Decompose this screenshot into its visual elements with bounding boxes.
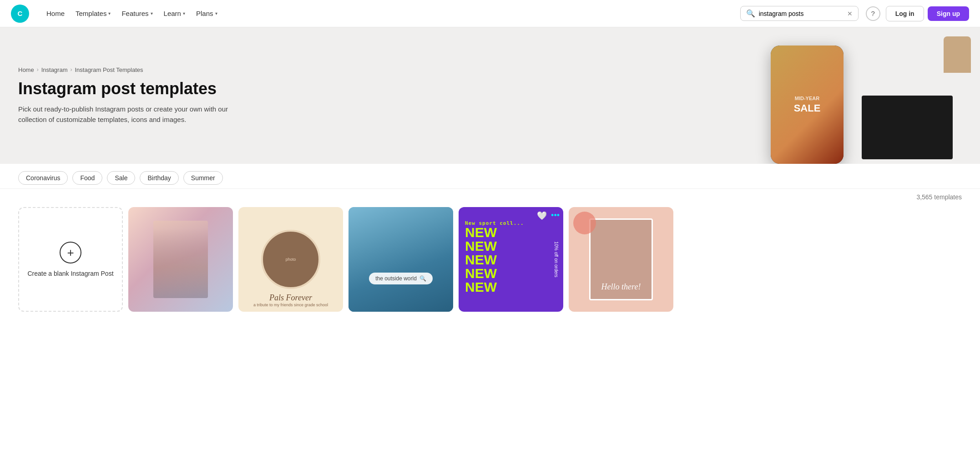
- friends-text: Pals Forever: [269, 293, 312, 303]
- chip-food[interactable]: Food: [72, 171, 102, 185]
- template-card-friends[interactable]: photo Pals Forever a tribute to my frien…: [238, 207, 343, 312]
- features-chevron-icon: ▾: [151, 11, 153, 16]
- chip-coronavirus[interactable]: Coronavirus: [18, 171, 68, 185]
- friends-circle: photo: [261, 230, 320, 289]
- navbar: C Home Templates ▾ Features ▾ Learn ▾ Pl…: [0, 0, 980, 27]
- chip-birthday[interactable]: Birthday: [140, 171, 178, 185]
- canva-logo[interactable]: C: [11, 5, 29, 23]
- nav-plans[interactable]: Plans ▾: [192, 7, 222, 20]
- phone-mockup: MID-YEAR SALE: [771, 46, 844, 164]
- templates-chevron-icon: ▾: [108, 11, 111, 16]
- search-pill: the outside world 🔍: [369, 273, 433, 284]
- template-card-sport[interactable]: 🤍 ••• New sport coll... NEWNEWNEWNEWNEW …: [459, 207, 563, 312]
- nav-learn[interactable]: Learn ▾: [159, 7, 190, 20]
- signup-button[interactable]: Sign up: [928, 6, 969, 21]
- notebook-decoration: [862, 96, 953, 159]
- plans-chevron-icon: ▾: [215, 11, 217, 16]
- create-blank-card[interactable]: + Create a blank Instagram Post: [18, 207, 123, 312]
- plus-icon: +: [60, 242, 81, 263]
- filter-chips-row: Coronavirus Food Sale Birthday Summer: [0, 164, 980, 189]
- template-grid: + Create a blank Instagram Post photo Pa…: [0, 203, 980, 330]
- nav-links: Home Templates ▾ Features ▾ Learn ▾ Plan…: [42, 7, 740, 20]
- help-button[interactable]: ?: [866, 6, 880, 21]
- search-input[interactable]: [759, 10, 844, 17]
- hello-frame: Hello there!: [589, 218, 653, 300]
- breadcrumb-sep-2: ›: [71, 66, 72, 73]
- chip-sale[interactable]: Sale: [107, 171, 135, 185]
- search-icon: 🔍: [746, 9, 755, 18]
- breadcrumb-sep-1: ›: [37, 66, 39, 73]
- friends-subtitle: a tribute to my friends since grade scho…: [253, 303, 328, 307]
- learn-chevron-icon: ▾: [183, 11, 185, 16]
- breadcrumb-current: Instagram Post Templates: [75, 66, 143, 73]
- count-row: 3,565 templates: [0, 189, 980, 203]
- breadcrumb-home[interactable]: Home: [18, 66, 34, 73]
- hero-content: Home › Instagram › Instagram Post Templa…: [0, 66, 273, 125]
- heart-icon[interactable]: 🤍: [537, 211, 547, 221]
- breadcrumb: Home › Instagram › Instagram Post Templa…: [18, 66, 255, 73]
- search-bar: 🔍 ✕: [740, 6, 859, 21]
- hello-circle-decoration: [573, 212, 596, 234]
- hello-text: Hello there!: [601, 282, 641, 292]
- nav-templates[interactable]: Templates ▾: [71, 7, 115, 20]
- hero-description: Pick out ready-to-publish Instagram post…: [18, 104, 255, 125]
- breadcrumb-instagram[interactable]: Instagram: [41, 66, 68, 73]
- template-card-ocean[interactable]: the outside world 🔍: [349, 207, 453, 312]
- create-blank-label: Create a blank Instagram Post: [20, 270, 121, 277]
- template-card-watercolor[interactable]: [128, 207, 233, 312]
- hero-section: Home › Instagram › Instagram Post Templa…: [0, 27, 980, 164]
- chip-summer[interactable]: Summer: [183, 171, 223, 185]
- pill-search-icon: 🔍: [419, 275, 426, 282]
- nav-features[interactable]: Features ▾: [117, 7, 157, 20]
- hero-image: MID-YEAR SALE: [441, 27, 980, 164]
- page-title: Instagram post templates: [18, 79, 255, 98]
- clear-search-icon[interactable]: ✕: [847, 10, 853, 17]
- template-count: 3,565 templates: [916, 193, 962, 201]
- more-icon[interactable]: •••: [551, 211, 560, 220]
- watch-decoration: [944, 36, 971, 73]
- login-button[interactable]: Log in: [886, 6, 924, 21]
- template-card-hello[interactable]: Hello there!: [569, 207, 673, 312]
- nav-home[interactable]: Home: [42, 7, 69, 20]
